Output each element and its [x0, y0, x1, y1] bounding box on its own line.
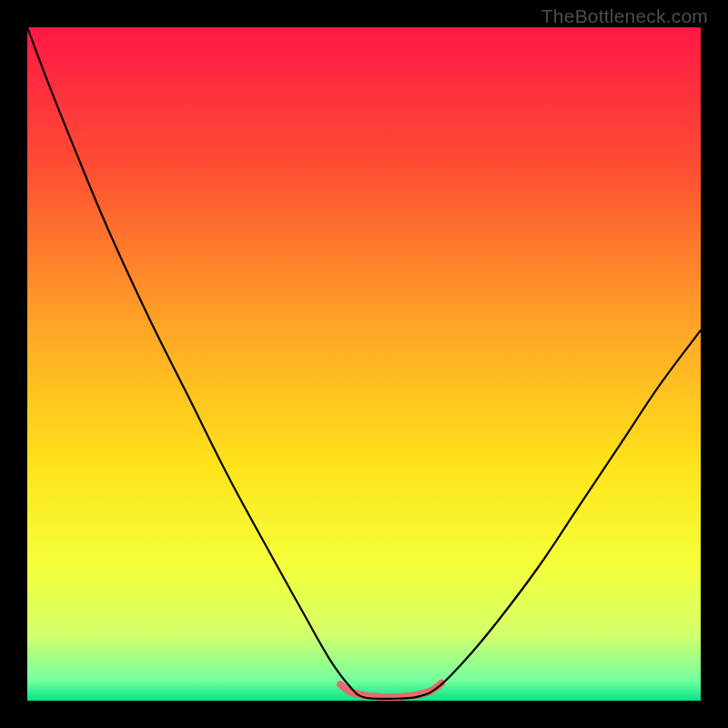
watermark-text: TheBottleneck.com	[541, 5, 708, 27]
bottleneck-chart	[27, 27, 701, 701]
chart-frame: TheBottleneck.com	[0, 0, 728, 728]
plot-area	[27, 27, 701, 701]
gradient-background	[27, 27, 701, 701]
